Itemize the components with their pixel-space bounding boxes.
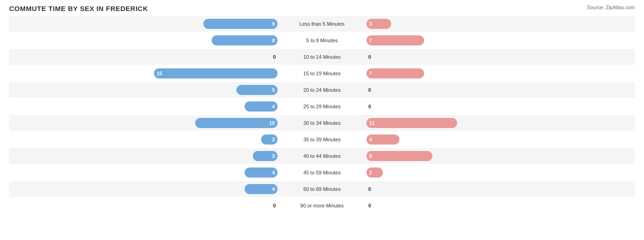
female-value-label: 0	[368, 54, 371, 60]
female-value-label: 0	[368, 87, 371, 93]
chart-row: 445 to 59 Minutes2	[9, 165, 635, 180]
female-value-label: 0	[368, 104, 371, 109]
male-section: 2	[9, 132, 279, 147]
male-bar: 5	[236, 85, 278, 95]
chart-container: COMMUTE TIME BY SEX IN FREDERICK Source:…	[0, 0, 644, 240]
male-value-label: 3	[272, 153, 275, 159]
female-value-label: 7	[369, 38, 372, 43]
female-section: 2	[365, 165, 635, 180]
female-section: 0	[365, 181, 635, 197]
female-bar: 8	[366, 151, 432, 161]
chart-row: 9Less than 5 Minutes3	[9, 16, 635, 32]
male-bar: 8	[212, 35, 278, 45]
male-section: 0	[9, 198, 279, 213]
male-value-label: 15	[157, 71, 162, 76]
female-bar: 7	[366, 35, 424, 45]
chart-row: 1030 to 34 Minutes11	[9, 115, 635, 131]
female-section: 7	[365, 66, 635, 81]
male-value-label: 0	[273, 54, 276, 60]
female-section: 0	[365, 82, 635, 98]
male-section: 0	[9, 49, 279, 65]
chart-row: 1515 to 19 Minutes7	[9, 66, 635, 81]
male-value-label: 4	[272, 186, 275, 192]
male-value-label: 0	[273, 203, 276, 208]
male-section: 4	[9, 165, 279, 180]
row-label: 35 to 39 Minutes	[279, 137, 365, 142]
female-bar: 7	[366, 68, 424, 78]
female-section: 3	[365, 16, 635, 32]
chart-row: 235 to 39 Minutes4	[9, 132, 635, 147]
chart-row: 520 to 24 Minutes0	[9, 82, 635, 98]
chart-title: COMMUTE TIME BY SEX IN FREDERICK	[9, 5, 635, 12]
female-section: 0	[365, 49, 635, 65]
male-value-label: 8	[272, 38, 275, 43]
female-value-label: 3	[369, 21, 372, 27]
female-value-label: 4	[369, 137, 372, 142]
male-section: 3	[9, 148, 279, 164]
row-label: 60 to 89 Minutes	[279, 186, 365, 192]
chart-row: 460 to 89 Minutes0	[9, 181, 635, 197]
row-label: Less than 5 Minutes	[279, 21, 365, 27]
female-value-label: 0	[368, 186, 371, 192]
female-section: 11	[365, 115, 635, 131]
row-label: 15 to 19 Minutes	[279, 71, 365, 76]
male-section: 15	[9, 66, 279, 81]
chart-row: 090 or more Minutes0	[9, 198, 635, 213]
row-label: 45 to 59 Minutes	[279, 170, 365, 175]
male-section: 4	[9, 99, 279, 114]
chart-row: 85 to 9 Minutes7	[9, 33, 635, 48]
male-bar: 2	[261, 134, 278, 145]
female-bar: 3	[366, 19, 391, 29]
male-value-label: 4	[272, 104, 275, 109]
female-section: 0	[365, 99, 635, 114]
chart-row: 425 to 29 Minutes0	[9, 99, 635, 114]
female-value-label: 7	[369, 71, 372, 76]
row-label: 30 to 34 Minutes	[279, 120, 365, 126]
male-value-label: 10	[269, 120, 275, 126]
male-section: 9	[9, 16, 279, 32]
chart-area: 9Less than 5 Minutes385 to 9 Minutes7010…	[9, 16, 635, 195]
female-value-label: 0	[368, 203, 371, 208]
male-section: 4	[9, 181, 279, 197]
male-bar: 3	[253, 151, 278, 161]
female-value-label: 8	[369, 153, 372, 159]
row-label: 5 to 9 Minutes	[279, 38, 365, 43]
row-label: 40 to 44 Minutes	[279, 153, 365, 159]
male-value-label: 9	[272, 21, 275, 27]
chart-row: 010 to 14 Minutes0	[9, 49, 635, 65]
male-section: 10	[9, 115, 279, 131]
female-section: 7	[365, 33, 635, 48]
female-value-label: 11	[369, 120, 375, 126]
row-label: 25 to 29 Minutes	[279, 104, 365, 109]
row-label: 10 to 14 Minutes	[279, 54, 365, 60]
female-bar: 4	[366, 134, 399, 145]
female-bar: 2	[366, 167, 383, 178]
male-bar: 4	[245, 101, 278, 112]
male-section: 8	[9, 33, 279, 48]
female-section: 8	[365, 148, 635, 164]
male-value-label: 5	[272, 87, 275, 93]
male-bar: 9	[203, 19, 278, 29]
source-label: Source: ZipAtlas.com	[587, 5, 635, 10]
male-value-label: 4	[272, 170, 275, 175]
male-bar: 4	[245, 167, 278, 178]
male-bar: 15	[154, 68, 278, 78]
male-value-label: 2	[272, 137, 275, 142]
chart-row: 340 to 44 Minutes8	[9, 148, 635, 164]
male-section: 5	[9, 82, 279, 98]
male-bar: 4	[245, 184, 278, 194]
female-bar: 11	[366, 118, 457, 128]
male-bar: 10	[195, 118, 278, 128]
female-section: 0	[365, 198, 635, 213]
row-label: 90 or more Minutes	[279, 203, 365, 208]
row-label: 20 to 24 Minutes	[279, 87, 365, 93]
female-value-label: 2	[369, 170, 372, 175]
female-section: 4	[365, 132, 635, 147]
